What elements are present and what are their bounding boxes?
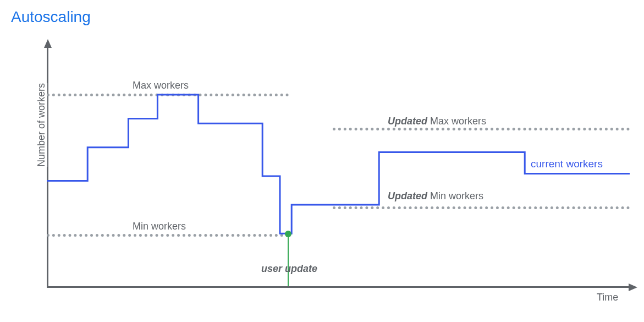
user-update-dot-icon [285,231,291,237]
current-workers-label: current workers [531,158,603,170]
y-axis-label: Number of workers [36,83,47,167]
page-title: Autoscaling [11,8,91,26]
x-axis [47,286,630,288]
user-update-label: user update [261,263,317,275]
user-update-line [288,234,289,286]
x-axis-label: Time [597,292,618,303]
chart-area: Number of workers Time Max workers Min w… [47,47,630,286]
x-axis-arrow-icon [629,283,637,291]
